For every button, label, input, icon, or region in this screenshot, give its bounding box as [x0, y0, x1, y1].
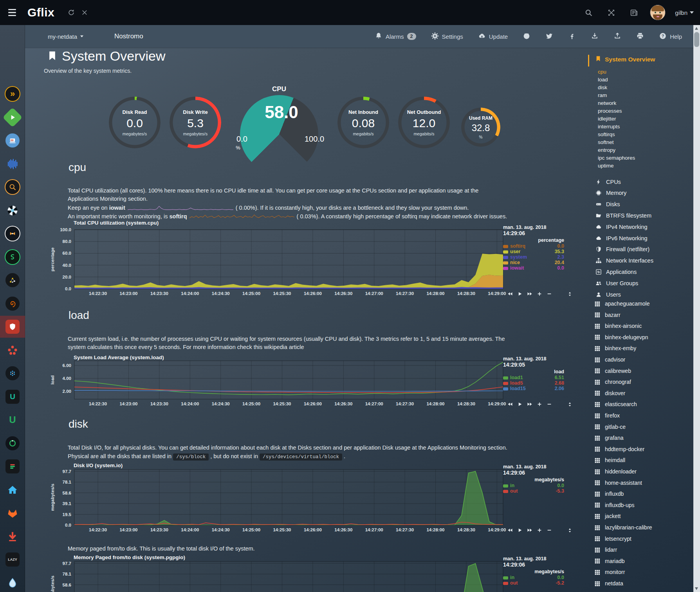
refresh-tab-icon[interactable]: [65, 6, 78, 19]
resize-handle[interactable]: [567, 402, 572, 407]
zoom-in-button[interactable]: [537, 291, 542, 297]
legend-row-nice[interactable]: nice 20.4: [503, 260, 564, 265]
nav-item-load[interactable]: load: [598, 76, 688, 84]
menu-github-icon[interactable]: [523, 32, 530, 41]
sidebar-app-airsonic[interactable]: [0, 153, 25, 175]
nav-item-softirqs[interactable]: softirqs: [598, 131, 688, 139]
sidebar-app-red-cluster-app[interactable]: [0, 339, 25, 361]
nav-item-processes[interactable]: processes: [598, 107, 688, 115]
nav-section-memory[interactable]: Memory: [595, 187, 691, 199]
nav-item-entropy[interactable]: entropy: [598, 146, 688, 154]
nav-section-network-interfaces[interactable]: Network Interfaces: [595, 255, 691, 266]
resize-handle[interactable]: [567, 528, 572, 533]
sidebar-app-teal-u-app[interactable]: U: [0, 386, 25, 408]
nav-item-idlejitter[interactable]: idlejitter: [598, 115, 688, 123]
scroll-down-arrow[interactable]: [695, 587, 698, 590]
nav-host-letsencrypt[interactable]: letsencrypt: [594, 533, 691, 544]
menu-update[interactable]: Update: [478, 32, 508, 41]
sidebar-app-home-assistant[interactable]: [0, 479, 25, 501]
legend-row-out[interactable]: out -5.2: [503, 581, 564, 586]
nav-section-user-groups[interactable]: User Groups: [595, 277, 691, 289]
nav-host-heimdall[interactable]: heimdall: [594, 455, 691, 466]
nav-item-ipc-semaphores[interactable]: ipc semaphores: [598, 154, 688, 162]
nav-section-ipv6-networking[interactable]: IPv6 Networking: [595, 232, 691, 244]
legend-row-system[interactable]: system 2.3: [503, 255, 564, 260]
zoom-out-button[interactable]: [547, 291, 552, 297]
menu-download-icon[interactable]: [591, 32, 599, 41]
legend-row-in[interactable]: in 0.0: [503, 575, 564, 580]
nav-section-applications[interactable]: Applications: [595, 266, 691, 277]
nav-host-cadvisor[interactable]: cadvisor: [594, 354, 691, 365]
nav-host-lidarr[interactable]: lidarr: [594, 544, 691, 555]
nav-host-lazylibrarian-calibre[interactable]: lazylibrarian-calibre: [594, 522, 691, 533]
legend-row-load15[interactable]: load15 2.06: [503, 386, 564, 391]
legend-row-user[interactable]: user 35.3: [503, 249, 564, 254]
legend-row-load5[interactable]: load5 2.68: [503, 381, 564, 386]
page-scrollbar[interactable]: [693, 25, 700, 592]
zoom-in-button[interactable]: [537, 401, 542, 407]
nav-host-hddtemp-docker[interactable]: hddtemp-docker: [594, 444, 691, 455]
menu-upload-icon[interactable]: [613, 32, 621, 41]
nav-section-disks[interactable]: Disks: [595, 199, 691, 210]
sidebar-app-lazylibrarian[interactable]: LAZY: [0, 549, 25, 570]
nav-section-ipv4-networking[interactable]: IPv4 Networking: [595, 221, 691, 232]
menu-facebook-icon[interactable]: [568, 32, 576, 41]
menu-twitter-icon[interactable]: [545, 32, 553, 41]
nav-item-ram[interactable]: ram: [598, 92, 688, 99]
nav-host-elasticsearch[interactable]: elasticsearch: [594, 399, 691, 410]
nav-host-home-assistant[interactable]: home-assistant: [594, 477, 691, 488]
scroll-up-arrow[interactable]: [695, 27, 698, 30]
nav-host-influxdb[interactable]: influxdb: [594, 488, 691, 499]
nav-host-grafana[interactable]: grafana: [594, 432, 691, 443]
legend-row-softirq[interactable]: softirq 0.0: [503, 244, 564, 249]
close-tab-icon[interactable]: [78, 6, 91, 19]
avatar[interactable]: [650, 5, 666, 20]
play-button[interactable]: [517, 527, 523, 533]
rewind-button[interactable]: [507, 527, 513, 533]
sidebar-app-settings[interactable]: [0, 60, 25, 82]
nav-host-bazarr[interactable]: bazarr: [594, 309, 691, 320]
zoom-out-button[interactable]: [547, 401, 552, 407]
sidebar-app-jackett[interactable]: [0, 176, 25, 198]
nav-item-softnet[interactable]: softnet: [598, 139, 688, 146]
nav-item-uptime[interactable]: uptime: [598, 162, 688, 170]
sidebar-app-grafana[interactable]: [0, 293, 25, 315]
zoom-out-button[interactable]: [547, 527, 552, 533]
nav-host-firefox[interactable]: firefox: [594, 410, 691, 421]
sidebar-app-pinwheel-app[interactable]: [0, 200, 25, 221]
nav-item-cpu[interactable]: cpu: [598, 68, 688, 76]
scrollbar-thumb[interactable]: [694, 32, 699, 47]
fullscreen-icon[interactable]: [604, 6, 618, 19]
sidebar-app-node-graph-app[interactable]: [0, 269, 25, 291]
fast-forward-button[interactable]: [527, 291, 532, 297]
nav-item-disk[interactable]: disk: [598, 84, 688, 92]
nav-item-network[interactable]: network: [598, 99, 688, 107]
nav-host-gitlab-ce[interactable]: gitlab-ce: [594, 421, 691, 432]
nav-host-mariadb[interactable]: mariadb: [594, 556, 691, 567]
nav-host-binhex-emby[interactable]: binhex-emby: [594, 343, 691, 354]
fast-forward-button[interactable]: [527, 401, 532, 407]
nav-host-netdata[interactable]: netdata: [594, 578, 691, 589]
sidebar-app-green-swirl-app[interactable]: [0, 246, 25, 268]
legend-row-in[interactable]: in 0.0: [503, 483, 564, 488]
nav-host-hiddenloader[interactable]: hiddenloader: [594, 466, 691, 477]
sidebar-app-bowtie-app[interactable]: [0, 223, 25, 245]
sidebar-app-emby[interactable]: [0, 106, 25, 128]
nav-host-influxdb-ups[interactable]: influxdb-ups: [594, 500, 691, 511]
nav-section-cpus[interactable]: CPUs: [595, 176, 691, 187]
rewind-button[interactable]: [507, 291, 513, 297]
fast-forward-button[interactable]: [527, 527, 532, 533]
nav-host-apacheguacamole[interactable]: apacheguacamole: [594, 298, 691, 309]
nav-system-overview[interactable]: System Overview: [595, 56, 655, 63]
menu-help[interactable]: ?Help: [659, 32, 682, 41]
legend-row-iowait[interactable]: iowait 0.0: [503, 266, 564, 271]
sidebar-app-level-bars-app[interactable]: [0, 455, 25, 477]
nav-host-binhex-airsonic[interactable]: binhex-airsonic: [594, 320, 691, 331]
sidebar-app-gitlab[interactable]: [0, 502, 25, 524]
menu-alarms[interactable]: Alarms2: [375, 32, 416, 41]
sidebar-app-influxdb-drop[interactable]: [0, 572, 25, 592]
menu-settings[interactable]: Settings: [431, 32, 463, 41]
sidebar-app-plex[interactable]: »: [0, 83, 25, 105]
search-icon[interactable]: [582, 6, 595, 19]
nav-host-jackett[interactable]: jackett: [594, 511, 691, 522]
